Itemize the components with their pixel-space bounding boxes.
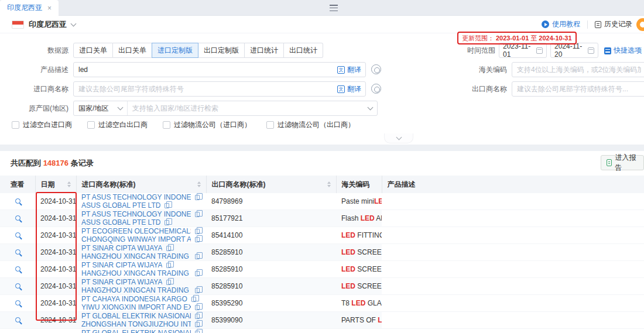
data-source-tab-6[interactable]: 出口统计 bbox=[284, 43, 323, 58]
copy-icon[interactable] bbox=[195, 237, 200, 242]
description-cell: T8 LED GLASS TUBE 17W LOVOV bbox=[336, 295, 382, 312]
chevron-down-icon[interactable] bbox=[71, 20, 77, 26]
tab-indonesia[interactable]: 印度尼西亚 × bbox=[0, 0, 59, 16]
copy-icon[interactable] bbox=[166, 263, 171, 268]
copy-icon[interactable] bbox=[195, 195, 200, 200]
play-icon bbox=[542, 20, 549, 28]
history-link[interactable]: 历史记录 bbox=[595, 19, 632, 29]
sort-icon[interactable] bbox=[197, 181, 201, 187]
enter-report-button[interactable]: 进入报告 bbox=[601, 155, 644, 170]
table-row: 2024-10-31PT SINAR CIPTA WIJAYAHANGZHOU … bbox=[0, 244, 644, 261]
translate-button[interactable]: 文 翻译 bbox=[337, 81, 361, 97]
view-cell bbox=[0, 295, 35, 312]
table-header-row: 查看日期进口商名称(标准)出口商名称(标准)海关编码产品描述 bbox=[0, 176, 644, 193]
copy-icon[interactable] bbox=[165, 203, 169, 208]
importer-name-link[interactable]: PT SINAR CIPTA WIJAYA bbox=[81, 244, 162, 252]
copy-icon[interactable] bbox=[195, 254, 200, 259]
column-header-4[interactable]: 出口商名称(标准) bbox=[206, 176, 336, 193]
copy-icon[interactable] bbox=[191, 297, 196, 302]
menu-icon[interactable] bbox=[330, 5, 338, 11]
view-magnifier-icon[interactable] bbox=[15, 215, 20, 221]
sort-icon[interactable] bbox=[67, 181, 71, 187]
importer-name-link[interactable]: PT ASUS TECHNOLOGY INDONESIA BA... bbox=[81, 193, 191, 201]
filter-checkbox-4[interactable]: 过滤物流公司（出口商） bbox=[266, 120, 355, 130]
hs-code-input[interactable] bbox=[512, 62, 644, 77]
importer-input[interactable] bbox=[73, 81, 366, 97]
copy-icon[interactable] bbox=[195, 314, 200, 319]
checkbox-icon[interactable] bbox=[163, 121, 170, 129]
data-source-tab-4[interactable]: 出口定制版 bbox=[198, 43, 245, 58]
table-body: 2024-10-31PT ASUS TECHNOLOGY INDONESIA B… bbox=[0, 193, 644, 333]
copy-icon[interactable] bbox=[166, 280, 171, 285]
data-source-tab-2[interactable]: 出口关单 bbox=[113, 43, 152, 58]
view-magnifier-icon[interactable] bbox=[15, 249, 20, 255]
importer-name-link[interactable]: PT SINAR CIPTA WIJAYA bbox=[81, 261, 162, 269]
translate-button[interactable]: 文 翻译 bbox=[337, 62, 361, 77]
exporter-input[interactable] bbox=[512, 81, 644, 97]
date-cell: 2024-10-31 bbox=[35, 261, 76, 278]
importer-name-link[interactable]: PT GLOBAL ELEKTRIK NASIONAL bbox=[81, 329, 191, 333]
quick-options-link[interactable]: 快捷选项 bbox=[604, 46, 642, 56]
checkbox-label: 过滤空白出口商 bbox=[98, 120, 148, 130]
sort-icon[interactable] bbox=[327, 181, 331, 187]
copy-icon[interactable] bbox=[195, 288, 200, 293]
filter-checkbox-2[interactable]: 过滤空白出口商 bbox=[87, 120, 148, 130]
filter-checkbox-1[interactable]: 过滤空白进口商 bbox=[12, 120, 72, 130]
copy-icon[interactable] bbox=[195, 322, 200, 327]
collapse-filters-button[interactable] bbox=[384, 133, 413, 143]
hs-code-cell: 85285910 bbox=[206, 278, 336, 295]
date-from-input[interactable]: 2023-11-01 bbox=[499, 43, 547, 58]
match-mode-icon[interactable] bbox=[371, 84, 381, 94]
exporter-name-link[interactable]: ASUS GLOBAL PTE LTD bbox=[81, 201, 160, 210]
importer-name-link[interactable]: PT CAHAYA INDONESIA KARGO bbox=[81, 295, 187, 303]
copy-icon[interactable] bbox=[195, 212, 200, 217]
view-magnifier-icon[interactable] bbox=[15, 232, 20, 238]
copy-icon[interactable] bbox=[195, 229, 200, 234]
checkbox-icon[interactable] bbox=[266, 121, 274, 129]
tutorial-link[interactable]: 使用教程 bbox=[542, 19, 580, 29]
product-desc-input[interactable] bbox=[73, 62, 366, 77]
importer-cell: PT ECOGREEN OLEOCHEMICALS bbox=[76, 227, 206, 235]
importer-name-link[interactable]: PT ECOGREEN OLEOCHEMICALS bbox=[81, 227, 191, 235]
filter-checkbox-3[interactable]: 过滤物流公司（进口商） bbox=[163, 120, 251, 130]
exporter-name-link[interactable]: HANGZHOU XINGCAN TRADING CO LTD bbox=[81, 252, 191, 260]
description-cell: Flash LED Aligment jig// bbox=[336, 210, 382, 227]
results-panel: 共匹配到 148176 条记录 进入报告 查看日期进口商名称(标准)出口商名称(… bbox=[0, 151, 644, 333]
view-magnifier-icon[interactable] bbox=[15, 300, 20, 305]
checkbox-icon[interactable] bbox=[12, 121, 19, 129]
close-icon[interactable]: × bbox=[47, 5, 52, 12]
exporter-name-link[interactable]: HANGZHOU XINGCAN TRADING CO LTD bbox=[81, 269, 191, 277]
exporter-name-link[interactable]: ZHONGSHAN TONGJIUZHOU INTERNA... bbox=[81, 320, 191, 328]
column-header-2[interactable]: 日期 bbox=[35, 176, 76, 193]
column-header-3[interactable]: 进口商名称(标准) bbox=[76, 176, 206, 193]
copy-icon[interactable] bbox=[195, 331, 200, 333]
copy-icon[interactable] bbox=[195, 271, 200, 276]
match-mode-icon[interactable] bbox=[371, 64, 381, 74]
origin-type-select[interactable]: 国家/地区 bbox=[74, 101, 128, 115]
view-magnifier-icon[interactable] bbox=[15, 266, 20, 272]
exporter-name-link[interactable]: HANGZHOU XINGCAN TRADING CO LTD bbox=[81, 286, 191, 294]
origin-search-input[interactable]: 支持输入国家/地区进行检索 bbox=[128, 104, 377, 114]
copy-icon[interactable] bbox=[166, 246, 171, 251]
date-to-input[interactable]: 2024-11-20 bbox=[550, 43, 598, 58]
data-source-tab-3[interactable]: 进口定制版 bbox=[152, 43, 198, 58]
view-magnifier-icon[interactable] bbox=[15, 198, 20, 204]
importer-name-link[interactable]: PT GLOBAL ELEKTRIK NASIONAL bbox=[81, 312, 191, 320]
copy-icon[interactable] bbox=[165, 220, 169, 225]
copy-icon[interactable] bbox=[195, 305, 200, 310]
date-cell: 2024-10-31 bbox=[35, 312, 76, 329]
exporter-name-link[interactable]: ASUS GLOBAL PTE LTD bbox=[81, 218, 160, 226]
data-source-tab-5[interactable]: 进口统计 bbox=[245, 43, 284, 58]
importer-name-link[interactable]: PT SINAR CIPTA WIJAYA bbox=[81, 278, 162, 286]
checkbox-icon[interactable] bbox=[87, 121, 95, 129]
update-range-separator: 至 bbox=[530, 34, 537, 43]
importer-name-link[interactable]: PT ASUS TECHNOLOGY INDONESIA BA... bbox=[81, 210, 191, 218]
exporter-name-link[interactable]: CHONGQING WINWAY IMPORT AND E... bbox=[81, 235, 191, 243]
data-source-tab-1[interactable]: 进口关单 bbox=[73, 43, 113, 58]
exporter-cell: YIWU XIONGXIN IMPORT AND EXPORT... bbox=[76, 303, 206, 311]
view-magnifier-icon[interactable] bbox=[15, 283, 20, 289]
exporter-name-link[interactable]: YIWU XIONGXIN IMPORT AND EXPORT... bbox=[81, 303, 191, 311]
view-magnifier-icon[interactable] bbox=[15, 317, 20, 322]
description-cell: Paste miniLED to BATT cover jig(Pro)// bbox=[336, 193, 382, 210]
divider bbox=[587, 20, 588, 29]
